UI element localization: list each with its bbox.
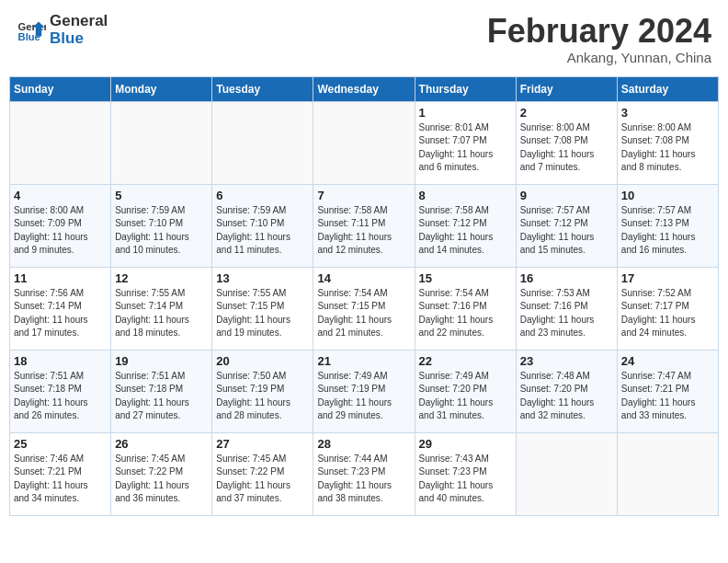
day-number: 29 (419, 437, 512, 451)
day-info: Sunrise: 7:47 AMSunset: 7:21 PMDaylight:… (621, 370, 714, 423)
day-cell: 11Sunrise: 7:56 AMSunset: 7:14 PMDayligh… (10, 267, 111, 350)
day-info: Sunrise: 7:55 AMSunset: 7:14 PMDaylight:… (115, 287, 208, 340)
day-info: Sunrise: 7:51 AMSunset: 7:18 PMDaylight:… (115, 370, 208, 423)
day-info: Sunrise: 7:45 AMSunset: 7:22 PMDaylight:… (115, 453, 208, 506)
day-info: Sunrise: 7:51 AMSunset: 7:18 PMDaylight:… (14, 370, 107, 423)
day-info: Sunrise: 7:44 AMSunset: 7:23 PMDaylight:… (317, 453, 410, 506)
day-info: Sunrise: 7:55 AMSunset: 7:15 PMDaylight:… (216, 287, 309, 340)
day-info: Sunrise: 7:43 AMSunset: 7:23 PMDaylight:… (419, 453, 512, 506)
day-info: Sunrise: 7:49 AMSunset: 7:20 PMDaylight:… (419, 370, 512, 423)
day-cell: 4Sunrise: 8:00 AMSunset: 7:09 PMDaylight… (10, 184, 111, 267)
day-info: Sunrise: 8:00 AMSunset: 7:08 PMDaylight:… (621, 121, 714, 175)
day-cell: 21Sunrise: 7:49 AMSunset: 7:19 PMDayligh… (313, 350, 415, 432)
day-number: 25 (14, 437, 107, 451)
day-number: 5 (115, 189, 208, 202)
day-number: 17 (621, 271, 714, 285)
week-row-5: 25Sunrise: 7:46 AMSunset: 7:21 PMDayligh… (10, 432, 719, 515)
day-cell: 14Sunrise: 7:54 AMSunset: 7:15 PMDayligh… (313, 267, 415, 350)
day-cell: 2Sunrise: 8:00 AMSunset: 7:08 PMDaylight… (516, 101, 617, 184)
weekday-header-thursday: Thursday (415, 76, 516, 101)
day-cell: 24Sunrise: 7:47 AMSunset: 7:21 PMDayligh… (617, 350, 718, 432)
day-cell: 12Sunrise: 7:55 AMSunset: 7:14 PMDayligh… (111, 267, 212, 350)
day-number: 22 (419, 354, 512, 368)
location-subtitle: Ankang, Yunnan, China (487, 50, 711, 65)
day-info: Sunrise: 8:01 AMSunset: 7:07 PMDaylight:… (419, 121, 512, 175)
day-cell: 29Sunrise: 7:43 AMSunset: 7:23 PMDayligh… (415, 432, 516, 515)
day-cell: 6Sunrise: 7:59 AMSunset: 7:10 PMDaylight… (212, 184, 313, 267)
logo-icon: General Blue (17, 16, 46, 45)
day-number: 16 (520, 271, 613, 285)
day-info: Sunrise: 7:50 AMSunset: 7:19 PMDaylight:… (216, 370, 309, 423)
calendar-table: SundayMondayTuesdayWednesdayThursdayFrid… (9, 76, 719, 516)
day-cell: 7Sunrise: 7:58 AMSunset: 7:11 PMDaylight… (313, 184, 415, 267)
day-info: Sunrise: 7:53 AMSunset: 7:16 PMDaylight:… (520, 287, 613, 340)
logo-blue: Blue (50, 30, 108, 48)
day-info: Sunrise: 7:49 AMSunset: 7:19 PMDaylight:… (317, 370, 410, 423)
day-number: 20 (216, 354, 309, 368)
day-cell (111, 101, 212, 184)
weekday-header-row: SundayMondayTuesdayWednesdayThursdayFrid… (10, 76, 719, 101)
day-info: Sunrise: 7:58 AMSunset: 7:11 PMDaylight:… (317, 204, 410, 258)
week-row-1: 1Sunrise: 8:01 AMSunset: 7:07 PMDaylight… (10, 101, 719, 184)
day-number: 18 (14, 354, 107, 368)
day-number: 1 (419, 106, 512, 120)
day-cell: 5Sunrise: 7:59 AMSunset: 7:10 PMDaylight… (111, 184, 212, 267)
day-cell: 17Sunrise: 7:52 AMSunset: 7:17 PMDayligh… (617, 267, 718, 350)
day-number: 8 (419, 189, 512, 202)
day-cell: 15Sunrise: 7:54 AMSunset: 7:16 PMDayligh… (415, 267, 516, 350)
day-cell: 22Sunrise: 7:49 AMSunset: 7:20 PMDayligh… (415, 350, 516, 432)
day-info: Sunrise: 7:59 AMSunset: 7:10 PMDaylight:… (115, 204, 208, 258)
day-cell (617, 432, 718, 515)
day-cell: 19Sunrise: 7:51 AMSunset: 7:18 PMDayligh… (111, 350, 212, 432)
day-number: 10 (621, 189, 714, 202)
weekday-header-monday: Monday (111, 76, 212, 101)
week-row-4: 18Sunrise: 7:51 AMSunset: 7:18 PMDayligh… (10, 350, 719, 432)
day-cell: 27Sunrise: 7:45 AMSunset: 7:22 PMDayligh… (212, 432, 313, 515)
day-number: 3 (621, 106, 714, 120)
day-cell: 10Sunrise: 7:57 AMSunset: 7:13 PMDayligh… (617, 184, 718, 267)
weekday-header-friday: Friday (516, 76, 617, 101)
title-block: February 2024 Ankang, Yunnan, China (487, 13, 711, 65)
day-number: 12 (115, 271, 208, 285)
day-info: Sunrise: 7:48 AMSunset: 7:20 PMDaylight:… (520, 370, 613, 423)
day-cell: 20Sunrise: 7:50 AMSunset: 7:19 PMDayligh… (212, 350, 313, 432)
day-cell (313, 101, 415, 184)
day-info: Sunrise: 7:45 AMSunset: 7:22 PMDaylight:… (216, 453, 309, 506)
day-number: 9 (520, 189, 613, 202)
day-info: Sunrise: 7:46 AMSunset: 7:21 PMDaylight:… (14, 453, 107, 506)
logo-general: General (50, 13, 108, 30)
day-cell: 26Sunrise: 7:45 AMSunset: 7:22 PMDayligh… (111, 432, 212, 515)
day-info: Sunrise: 7:57 AMSunset: 7:12 PMDaylight:… (520, 204, 613, 258)
day-info: Sunrise: 7:59 AMSunset: 7:10 PMDaylight:… (216, 204, 309, 258)
day-info: Sunrise: 7:54 AMSunset: 7:16 PMDaylight:… (419, 287, 512, 340)
month-title: February 2024 (487, 13, 711, 50)
weekday-header-saturday: Saturday (617, 76, 718, 101)
day-info: Sunrise: 7:57 AMSunset: 7:13 PMDaylight:… (621, 204, 714, 258)
day-cell: 25Sunrise: 7:46 AMSunset: 7:21 PMDayligh… (10, 432, 111, 515)
week-row-2: 4Sunrise: 8:00 AMSunset: 7:09 PMDaylight… (10, 184, 719, 267)
day-number: 21 (317, 354, 410, 368)
day-cell: 13Sunrise: 7:55 AMSunset: 7:15 PMDayligh… (212, 267, 313, 350)
day-number: 13 (216, 271, 309, 285)
day-number: 11 (14, 271, 107, 285)
day-info: Sunrise: 7:52 AMSunset: 7:17 PMDaylight:… (621, 287, 714, 340)
day-cell: 1Sunrise: 8:01 AMSunset: 7:07 PMDaylight… (415, 101, 516, 184)
day-number: 28 (317, 437, 410, 451)
day-number: 7 (317, 189, 410, 202)
day-cell: 3Sunrise: 8:00 AMSunset: 7:08 PMDaylight… (617, 101, 718, 184)
weekday-header-tuesday: Tuesday (212, 76, 313, 101)
day-number: 24 (621, 354, 714, 368)
day-info: Sunrise: 7:58 AMSunset: 7:12 PMDaylight:… (419, 204, 512, 258)
day-number: 19 (115, 354, 208, 368)
day-cell: 18Sunrise: 7:51 AMSunset: 7:18 PMDayligh… (10, 350, 111, 432)
weekday-header-wednesday: Wednesday (313, 76, 415, 101)
day-number: 4 (14, 189, 107, 202)
day-cell (212, 101, 313, 184)
weekday-header-sunday: Sunday (10, 76, 111, 101)
day-number: 2 (520, 106, 613, 120)
day-number: 23 (520, 354, 613, 368)
day-cell: 8Sunrise: 7:58 AMSunset: 7:12 PMDaylight… (415, 184, 516, 267)
day-info: Sunrise: 8:00 AMSunset: 7:09 PMDaylight:… (14, 204, 107, 258)
day-info: Sunrise: 8:00 AMSunset: 7:08 PMDaylight:… (520, 121, 613, 175)
day-number: 26 (115, 437, 208, 451)
